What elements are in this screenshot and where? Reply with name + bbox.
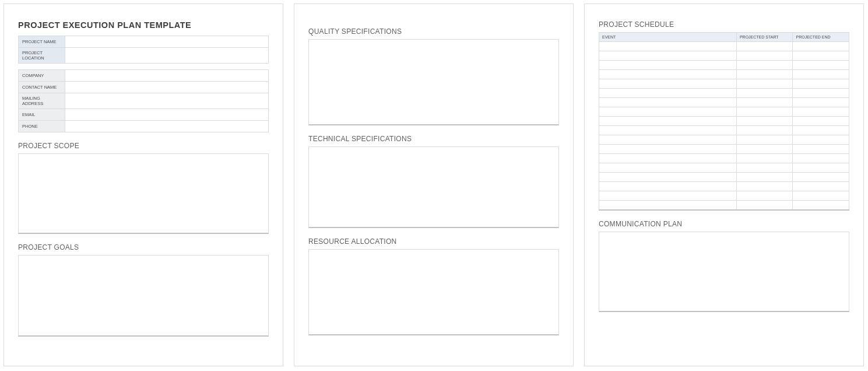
schedule-cell[interactable]	[599, 107, 737, 117]
project-goals-box[interactable]	[18, 255, 269, 337]
schedule-row	[599, 182, 849, 191]
label-mailing-address: MAILING ADDRESS	[19, 93, 65, 109]
schedule-cell[interactable]	[736, 145, 793, 154]
schedule-cell[interactable]	[599, 70, 737, 79]
schedule-row	[599, 135, 849, 145]
schedule-cell[interactable]	[736, 173, 793, 182]
schedule-cell[interactable]	[736, 42, 793, 51]
page-title: PROJECT EXECUTION PLAN TEMPLATE	[18, 20, 269, 30]
schedule-cell[interactable]	[793, 117, 849, 126]
schedule-row	[599, 61, 849, 70]
communication-plan-box[interactable]	[599, 232, 849, 312]
project-header-table: PROJECT NAME PROJECT LOCATION	[18, 36, 269, 64]
schedule-header-event: EVENT	[599, 33, 737, 42]
schedule-cell[interactable]	[793, 70, 849, 79]
schedule-cell[interactable]	[736, 107, 793, 117]
value-email[interactable]	[65, 109, 269, 121]
label-email: EMAIL	[19, 109, 65, 121]
schedule-cell[interactable]	[599, 79, 737, 89]
schedule-cell[interactable]	[599, 163, 737, 173]
schedule-cell[interactable]	[736, 182, 793, 191]
resource-allocation-box[interactable]	[308, 249, 559, 335]
schedule-cell[interactable]	[736, 191, 793, 201]
schedule-row	[599, 51, 849, 61]
schedule-cell[interactable]	[599, 51, 737, 61]
schedule-cell[interactable]	[793, 79, 849, 89]
schedule-row	[599, 79, 849, 89]
label-phone: PHONE	[19, 121, 65, 132]
schedule-cell[interactable]	[736, 154, 793, 163]
schedule-cell[interactable]	[736, 89, 793, 98]
schedule-cell[interactable]	[599, 191, 737, 201]
schedule-cell[interactable]	[793, 163, 849, 173]
schedule-cell[interactable]	[793, 135, 849, 145]
schedule-row	[599, 89, 849, 98]
schedule-cell[interactable]	[599, 61, 737, 70]
schedule-row	[599, 173, 849, 182]
schedule-row	[599, 107, 849, 117]
schedule-cell[interactable]	[793, 173, 849, 182]
schedule-cell[interactable]	[793, 89, 849, 98]
schedule-cell[interactable]	[793, 201, 849, 210]
schedule-cell[interactable]	[736, 70, 793, 79]
schedule-cell[interactable]	[599, 145, 737, 154]
template-page-1: PROJECT EXECUTION PLAN TEMPLATE PROJECT …	[3, 4, 283, 366]
schedule-cell[interactable]	[793, 191, 849, 201]
schedule-cell[interactable]	[736, 117, 793, 126]
schedule-row	[599, 154, 849, 163]
value-contact-name[interactable]	[65, 82, 269, 93]
label-project-name: PROJECT NAME	[19, 36, 65, 48]
schedule-cell[interactable]	[736, 61, 793, 70]
schedule-cell[interactable]	[599, 173, 737, 182]
schedule-cell[interactable]	[736, 98, 793, 107]
schedule-cell[interactable]	[599, 135, 737, 145]
project-scope-box[interactable]	[18, 153, 269, 234]
schedule-row	[599, 98, 849, 107]
schedule-cell[interactable]	[736, 126, 793, 135]
schedule-row	[599, 191, 849, 201]
contact-table: COMPANY CONTACT NAME MAILING ADDRESS EMA…	[18, 69, 269, 132]
technical-specs-box[interactable]	[308, 146, 559, 228]
schedule-cell[interactable]	[599, 126, 737, 135]
schedule-cell[interactable]	[599, 89, 737, 98]
value-mailing-address[interactable]	[65, 93, 269, 109]
schedule-cell[interactable]	[736, 135, 793, 145]
value-company[interactable]	[65, 70, 269, 82]
section-quality-title: QUALITY SPECIFICATIONS	[308, 27, 559, 36]
schedule-cell[interactable]	[793, 154, 849, 163]
schedule-cell[interactable]	[599, 154, 737, 163]
schedule-cell[interactable]	[793, 61, 849, 70]
schedule-cell[interactable]	[793, 182, 849, 191]
section-technical-title: TECHNICAL SPECIFICATIONS	[308, 135, 559, 143]
schedule-row	[599, 117, 849, 126]
project-schedule-table: EVENT PROJECTED START PROJECTED END	[599, 32, 849, 211]
schedule-row	[599, 126, 849, 135]
quality-specs-box[interactable]	[308, 39, 559, 125]
schedule-cell[interactable]	[793, 107, 849, 117]
schedule-cell[interactable]	[736, 163, 793, 173]
schedule-cell[interactable]	[736, 201, 793, 210]
schedule-row	[599, 145, 849, 154]
value-phone[interactable]	[65, 121, 269, 132]
schedule-cell[interactable]	[793, 145, 849, 154]
schedule-cell[interactable]	[793, 98, 849, 107]
schedule-cell[interactable]	[793, 126, 849, 135]
label-project-location: PROJECT LOCATION	[19, 48, 65, 64]
schedule-cell[interactable]	[599, 98, 737, 107]
schedule-cell[interactable]	[736, 79, 793, 89]
schedule-cell[interactable]	[599, 117, 737, 126]
value-project-location[interactable]	[65, 48, 269, 64]
schedule-cell[interactable]	[599, 182, 737, 191]
schedule-row	[599, 70, 849, 79]
schedule-row	[599, 42, 849, 51]
template-page-3: PROJECT SCHEDULE EVENT PROJECTED START P…	[584, 4, 864, 366]
schedule-cell[interactable]	[599, 42, 737, 51]
schedule-cell[interactable]	[736, 51, 793, 61]
label-company: COMPANY	[19, 70, 65, 82]
schedule-cell[interactable]	[793, 42, 849, 51]
schedule-cell[interactable]	[793, 51, 849, 61]
schedule-cell[interactable]	[599, 201, 737, 210]
value-project-name[interactable]	[65, 36, 269, 48]
section-schedule-title: PROJECT SCHEDULE	[599, 20, 849, 29]
section-scope-title: PROJECT SCOPE	[18, 142, 269, 150]
